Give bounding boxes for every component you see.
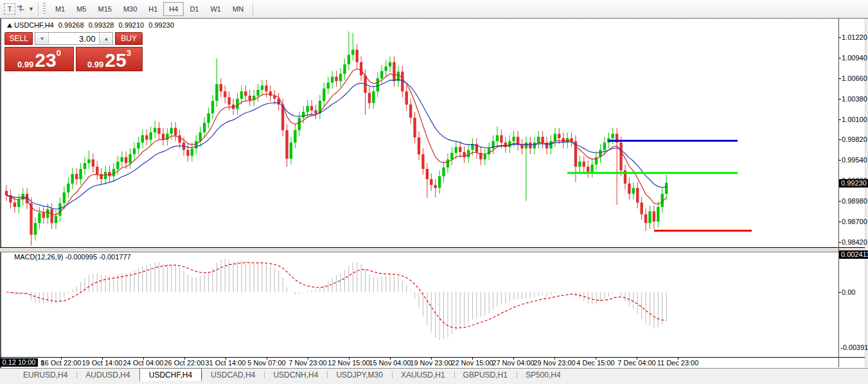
sell-button[interactable]: SELL xyxy=(4,32,33,45)
time-axis-label: 7 Dec 04:00 xyxy=(617,359,655,367)
chart-tab-xauusd[interactable]: XAUUSD,H1 xyxy=(392,369,454,381)
macd-signal-line xyxy=(6,263,666,328)
candle-body xyxy=(496,135,499,141)
panel-splitter[interactable] xyxy=(0,248,868,252)
price-axis-tick xyxy=(838,78,841,79)
top-toolbar: T ▼ M1M5M15M30H1H4D1W1MN xyxy=(0,0,868,19)
time-axis-label: 16 Oct 22:00 xyxy=(41,359,82,367)
candle-body xyxy=(50,209,53,223)
window-scrollbar[interactable] xyxy=(865,19,868,367)
candle-body xyxy=(520,144,523,148)
sell-price-button[interactable]: 0.99 23 0 xyxy=(4,47,74,71)
buy-price-button[interactable]: 0.99 25 3 xyxy=(76,47,143,71)
time-axis-label: 26 Oct 22:00 xyxy=(164,359,205,367)
candle-body xyxy=(46,209,49,218)
candle-body xyxy=(376,78,379,92)
candle-body xyxy=(290,143,292,159)
candle-body xyxy=(508,141,511,147)
open-value: 0.99268 xyxy=(58,21,84,29)
volume-increase-button[interactable]: ▲ xyxy=(99,33,112,44)
price-axis-label: 0.99820 xyxy=(842,135,867,143)
price-axis-label: 0.98420 xyxy=(842,238,867,246)
candle-body xyxy=(525,143,527,148)
candle-body xyxy=(500,135,502,143)
candle-body xyxy=(335,77,337,82)
sell-price-pips: 23 xyxy=(35,52,56,69)
toolbar-grip[interactable] xyxy=(43,3,46,15)
timeframe-button-h4[interactable]: H4 xyxy=(163,2,184,16)
price-axis-tick xyxy=(838,58,841,58)
candle-body xyxy=(665,183,668,194)
buy-price-point: 3 xyxy=(127,49,131,57)
volume-value[interactable]: 3.00 xyxy=(49,33,99,44)
candle-body xyxy=(537,137,540,143)
chart-shift-arrow-icon[interactable] xyxy=(7,23,12,28)
candle-body xyxy=(434,185,436,188)
timeframe-button-m1[interactable]: M1 xyxy=(49,2,71,16)
timeframe-button-w1[interactable]: W1 xyxy=(204,2,227,16)
candle-body xyxy=(224,91,226,97)
price-axis-label: 1.00100 xyxy=(842,116,867,123)
price-axis-label: 0.98700 xyxy=(842,218,867,225)
candle-body xyxy=(186,150,189,155)
candle-body xyxy=(450,153,453,159)
candle-body xyxy=(636,188,639,203)
time-axis-label: 29 Nov 23:00 xyxy=(533,359,575,367)
candle-body xyxy=(430,179,432,185)
candle-body xyxy=(310,106,313,110)
buy-button[interactable]: BUY xyxy=(115,32,143,45)
candle-body xyxy=(174,128,177,135)
time-axis-line xyxy=(0,357,868,358)
candle-body xyxy=(619,143,622,170)
price-axis-label: 1.00940 xyxy=(842,54,867,62)
macd-axis-tick xyxy=(838,292,841,293)
candle-body xyxy=(17,200,20,207)
candle-body xyxy=(393,62,395,82)
text-tool-icon[interactable]: T xyxy=(4,3,15,15)
chart-tab-eurusd[interactable]: EURUSD,H4 xyxy=(14,369,76,381)
chevron-down-icon: ▼ xyxy=(28,6,34,12)
chart-tab-audusd[interactable]: AUDUSD,H4 xyxy=(76,369,139,381)
chart-tab-gbpusd[interactable]: GBPUSD,H1 xyxy=(454,369,517,381)
chart-tab-usdcnh[interactable]: USDCNH,H4 xyxy=(264,369,327,381)
close-value: 0.99230 xyxy=(148,21,174,29)
current-price-badge: 0.99230 xyxy=(839,179,868,188)
candle-body xyxy=(612,134,614,138)
candle-body xyxy=(590,164,593,171)
candle-body xyxy=(294,130,296,143)
price-axis-tick xyxy=(838,99,841,100)
candle-body xyxy=(306,106,308,112)
timeframe-button-m5[interactable]: M5 xyxy=(71,2,92,16)
chart-tab-usdjpy[interactable]: USDJPY,M30 xyxy=(327,369,391,381)
cycle-symbols-button[interactable]: ▼ xyxy=(16,2,34,16)
time-axis-tick xyxy=(61,358,62,360)
candle-body xyxy=(442,168,445,177)
candle-body xyxy=(484,154,486,159)
candle-body xyxy=(236,99,238,109)
chart-tab-usdcad[interactable]: USDCAD,H4 xyxy=(202,369,264,381)
candle-body xyxy=(351,49,354,55)
macd-indicator-canvas[interactable] xyxy=(1,252,838,357)
chart-tab-sp500[interactable]: SP500,H4 xyxy=(517,369,570,381)
timeframe-button-d1[interactable]: D1 xyxy=(184,2,204,16)
time-axis-tick xyxy=(472,358,473,360)
candle-body xyxy=(58,204,61,216)
volume-decrease-button[interactable]: ▼ xyxy=(35,33,49,44)
timeframe-button-m15[interactable]: M15 xyxy=(92,2,117,16)
candle-body xyxy=(578,162,581,167)
candle-body xyxy=(87,159,90,163)
timeframe-button-h1[interactable]: H1 xyxy=(143,2,163,16)
candle-body xyxy=(549,141,552,148)
candle-body xyxy=(644,214,647,223)
time-axis-label: 31 Oct 14:00 xyxy=(206,359,246,367)
time-axis-tick xyxy=(102,358,103,360)
candle-body xyxy=(137,143,139,148)
timeframe-button-mn[interactable]: MN xyxy=(227,2,249,16)
candle-body xyxy=(285,130,288,159)
candle-body xyxy=(343,64,346,74)
candle-body xyxy=(409,105,412,118)
sell-price-point: 0 xyxy=(57,49,61,57)
timeframe-button-m30[interactable]: M30 xyxy=(118,2,143,16)
chart-tab-usdchf[interactable]: USDCHF,H4 xyxy=(139,368,202,381)
candle-body xyxy=(5,191,8,195)
